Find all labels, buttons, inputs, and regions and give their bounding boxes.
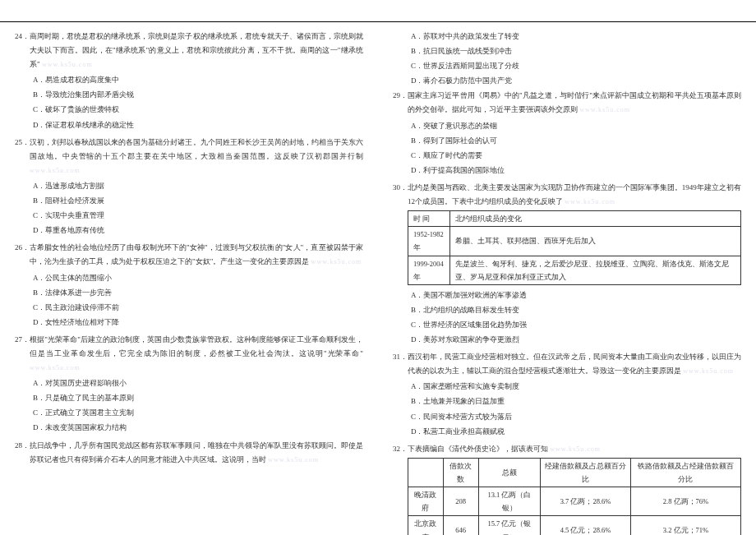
- q30-option-b: B．北约组织的战略目标发生转变: [411, 303, 741, 317]
- q29-option-b: B．得到了国际社会的认可: [411, 134, 741, 148]
- question-27: 27．根据"光荣革命"后建立的政治制度，英国由少数贵族掌管政权。这种制度能够保证…: [15, 333, 363, 436]
- q32-r1c4: 3.2 亿元；71%: [630, 516, 740, 535]
- q32-th-4: 铁路借款额及占经建借款额百分比: [630, 458, 740, 487]
- q28-option-b: B．抗日民族统一战线受到冲击: [411, 44, 741, 58]
- question-28-options: A．苏联对中共的政策发生了转变 B．抗日民族统一战线受到冲击 C．世界反法西斯同…: [393, 30, 741, 88]
- q30-r1c1: 先是波兰、匈牙利、捷克，之后爱沙尼亚、拉脱维亚、立陶宛、斯洛伐克、斯洛文尼亚、罗…: [450, 256, 741, 284]
- q32-r1c1: 646: [443, 516, 478, 535]
- watermark: www.ks5u.com: [311, 258, 362, 265]
- question-25: 25．汉初，刘邦以春秋战国以来的各国为基础分封诸王。九个同姓王和长沙王吴芮的封地…: [15, 136, 363, 238]
- q32-th-3: 经建借款额及占总额百分比: [541, 458, 631, 487]
- q24-option-d: D．保证君权单线继承的稳定性: [33, 118, 363, 132]
- watermark: www.ks5u.com: [42, 61, 93, 68]
- q27-option-a: A．对英国历史进程影响很小: [33, 376, 363, 390]
- watermark: www.ks5u.com: [30, 364, 81, 371]
- left-column: 24．商周时期，君统是君权的继承统系，宗统则是宗子权的继承统系，君统专就天子、诸…: [15, 30, 363, 535]
- q32-r1c2: 15.7 亿元（银元）: [478, 516, 541, 535]
- question-28: 28．抗日战争中，几乎所有国民党战区都有苏联军事顾问，唯独在中共领导的军队里没有…: [15, 439, 363, 467]
- q27-stem: 27．根据"光荣革命"后建立的政治制度，英国由少数贵族掌管政权。这种制度能够保证…: [15, 335, 363, 357]
- q32-r1c0: 北京政府: [408, 516, 444, 535]
- q31-option-a: A．国家垄断经营和实施专卖制度: [411, 380, 741, 394]
- q27-option-b: B．只是确立了民主的基本原则: [33, 391, 363, 405]
- q28-option-a: A．苏联对中共的政策发生了转变: [411, 30, 741, 44]
- q25-option-c: C．实现中央垂直管理: [33, 209, 363, 223]
- question-24: 24．商周时期，君统是君权的继承统系，宗统则是宗子权的继承统系，君统专就天子、诸…: [15, 30, 363, 132]
- q30-option-a: A．美国不断加强对欧洲的军事渗透: [411, 288, 741, 302]
- watermark: www.ks5u.com: [565, 198, 615, 205]
- question-30: 30．北约是美国与西欧、北美主要发达国家为实现防卫协作而建立的一个国际军事集团。…: [393, 181, 741, 347]
- q32-table: 借款次数 总额 经建借款额及占总额百分比 铁路借款额及占经建借款额百分比 晚清政…: [408, 458, 741, 535]
- q30-th-1: 北约组织成员的变化: [450, 211, 741, 227]
- q25-option-d: D．尊重各地原有传统: [33, 224, 363, 238]
- q32-r0c3: 3.7 亿两；28.6%: [541, 487, 631, 516]
- q32-th-0: [408, 458, 444, 487]
- right-column: A．苏联对中共的政策发生了转变 B．抗日民族统一战线受到冲击 C．世界反法西斯同…: [393, 30, 741, 535]
- q26-option-b: B．法律体系进一步完善: [33, 286, 363, 300]
- q24-option-a: A．易造成君权的高度集中: [33, 73, 363, 87]
- q32-r0c1: 208: [443, 487, 478, 516]
- watermark: www.ks5u.com: [683, 367, 734, 375]
- q31-option-d: D．私营工商业承担高额赋税: [411, 425, 741, 439]
- q30-th-0: 时 间: [408, 211, 450, 227]
- q30-option-d: D．美苏对东欧国家的争夺更激烈: [411, 333, 741, 347]
- q29-stem: 29．国家主席习近平曾用《周易》中的"凡益之道，与时偕行"来点评新中国成立初期和…: [393, 91, 741, 113]
- q24-option-b: B．导致统治集团内部矛盾尖锐: [33, 88, 363, 102]
- q25-stem: 25．汉初，刘邦以春秋战国以来的各国为基础分封诸王。九个同姓王和长沙王吴芮的封地…: [15, 138, 363, 160]
- q29-option-a: A．突破了意识形态的禁锢: [411, 119, 741, 133]
- q32-stem: 32．下表摘编自《清代外债史论》，据该表可知: [393, 445, 548, 453]
- question-31: 31．西汉初年，民营工商业经营相对独立。但在汉武帝之后，民间资本大量由工商业向农…: [393, 350, 741, 439]
- q26-option-a: A．公民主体的范围缩小: [33, 271, 363, 285]
- watermark: www.ks5u.com: [30, 167, 81, 174]
- question-26: 26．古希腊女性的社会地位经历了由母权制光环下的"女神"，过渡到与父权抗衡的"女…: [15, 241, 363, 330]
- q30-r1c0: 1999-2004年: [408, 256, 450, 284]
- q31-option-c: C．民间资本经营方式较为落后: [411, 410, 741, 424]
- q31-option-b: B．土地兼并现象的日益加重: [411, 394, 741, 408]
- q32-r0c2: 13.1 亿两（白银）: [478, 487, 541, 516]
- q28-option-d: D．蒋介石极力防范中国共产党: [411, 74, 741, 88]
- q24-option-c: C．破坏了贵族的世袭特权: [33, 103, 363, 117]
- q29-option-d: D．利于提高我国的国际地位: [411, 164, 741, 178]
- watermark: www.ks5u.com: [579, 106, 630, 113]
- q32-r0c4: 2.8 亿两；76%: [630, 487, 740, 516]
- q25-option-b: B．阻碍社会经济发展: [33, 194, 363, 208]
- q29-option-c: C．顺应了时代的需要: [411, 149, 741, 163]
- question-32: 32．下表摘编自《清代外债史论》，据该表可知 www.ks5u.com 借款次数…: [393, 442, 741, 535]
- q26-option-d: D．女性经济地位相对下降: [33, 316, 363, 330]
- q30-table: 时 间 北约组织成员的变化 1952-1982年 希腊、土耳其、联邦德国、西班牙…: [408, 210, 741, 285]
- question-29: 29．国家主席习近平曾用《周易》中的"凡益之道，与时偕行"来点评新中国成立初期和…: [393, 89, 741, 178]
- q28-option-c: C．世界反法西斯同盟出现了分歧: [411, 59, 741, 73]
- q30-option-c: C．世界经济的区域集团化趋势加强: [411, 318, 741, 332]
- q30-r0c0: 1952-1982年: [408, 227, 450, 256]
- q32-th-1: 借款次数: [443, 458, 478, 487]
- q32-th-2: 总额: [478, 458, 541, 487]
- q32-r1c3: 4.5 亿元；28.6%: [541, 516, 631, 535]
- watermark: www.ks5u.com: [268, 456, 319, 464]
- q27-option-d: D．未改变英国国家权力结构: [33, 421, 363, 435]
- q27-option-c: C．正式确立了英国君主立宪制: [33, 406, 363, 420]
- q30-r0c1: 希腊、土耳其、联邦德国、西班牙先后加入: [450, 227, 741, 256]
- watermark: www.ks5u.com: [550, 445, 601, 453]
- q32-r0c0: 晚清政府: [408, 487, 444, 516]
- q26-option-c: C．民主政治建设停滞不前: [33, 301, 363, 315]
- q25-option-a: A．迅速形成地方割据: [33, 179, 363, 193]
